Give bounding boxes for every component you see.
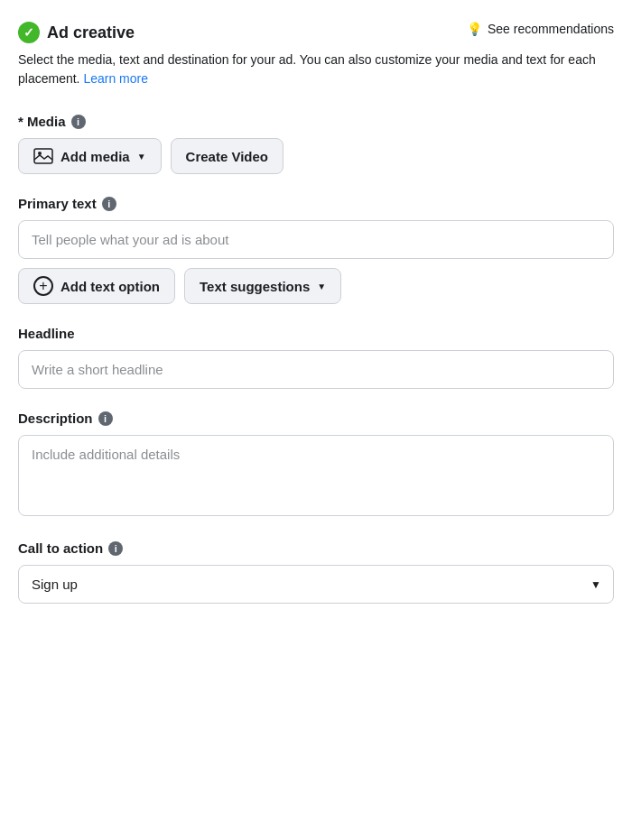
media-button-row: Add media ▼ Create Video bbox=[18, 138, 614, 174]
text-suggestions-button[interactable]: Text suggestions ▼ bbox=[184, 268, 341, 304]
call-to-action-select-wrapper: Sign up Learn More Shop Now Contact Us D… bbox=[18, 565, 614, 604]
recommendations-link[interactable]: 💡 See recommendations bbox=[467, 22, 614, 36]
bulb-icon: 💡 bbox=[467, 22, 482, 36]
recommendations-label: See recommendations bbox=[488, 22, 614, 36]
description-section: Description i bbox=[18, 411, 614, 519]
primary-text-label: Primary text i bbox=[18, 196, 614, 211]
add-media-label: Add media bbox=[60, 149, 130, 164]
page-header: Ad creative 💡 See recommendations bbox=[18, 22, 614, 43]
plus-circle-icon: + bbox=[33, 276, 53, 296]
description-label: Description i bbox=[18, 411, 614, 426]
media-image-icon bbox=[33, 146, 53, 166]
call-to-action-info-icon[interactable]: i bbox=[108, 541, 123, 556]
create-video-button[interactable]: Create Video bbox=[171, 138, 283, 174]
headline-section: Headline bbox=[18, 326, 614, 389]
headline-label-text: Headline bbox=[18, 326, 75, 341]
add-text-option-label: Add text option bbox=[60, 279, 160, 294]
text-suggestions-arrow-icon: ▼ bbox=[317, 282, 326, 291]
primary-text-input[interactable] bbox=[18, 220, 614, 259]
check-circle-icon bbox=[18, 22, 40, 43]
add-text-option-button[interactable]: + Add text option bbox=[18, 268, 175, 304]
add-media-arrow-icon: ▼ bbox=[137, 152, 146, 162]
call-to-action-label: Call to action i bbox=[18, 540, 614, 556]
title-area: Ad creative bbox=[18, 22, 135, 43]
media-info-icon[interactable]: i bbox=[71, 115, 86, 129]
media-label-text: * Media bbox=[18, 114, 66, 129]
text-suggestions-label: Text suggestions bbox=[200, 279, 310, 294]
media-section: * Media i Add media ▼ Create Video bbox=[18, 114, 614, 174]
primary-text-button-row: + Add text option Text suggestions ▼ bbox=[18, 268, 614, 304]
description-info-icon[interactable]: i bbox=[98, 411, 113, 426]
page-subtitle: Select the media, text and destination f… bbox=[18, 51, 614, 88]
description-label-text: Description bbox=[18, 411, 93, 426]
primary-text-label-text: Primary text bbox=[18, 196, 97, 211]
svg-rect-0 bbox=[34, 149, 52, 163]
media-label: * Media i bbox=[18, 114, 614, 129]
call-to-action-label-text: Call to action bbox=[18, 540, 103, 556]
add-media-button[interactable]: Add media ▼ bbox=[18, 138, 162, 174]
learn-more-link[interactable]: Learn more bbox=[83, 71, 148, 86]
description-input[interactable] bbox=[18, 435, 614, 516]
call-to-action-section: Call to action i Sign up Learn More Shop… bbox=[18, 540, 614, 604]
headline-input[interactable] bbox=[18, 350, 614, 389]
create-video-label: Create Video bbox=[186, 149, 268, 164]
headline-label: Headline bbox=[18, 326, 614, 341]
call-to-action-select[interactable]: Sign up Learn More Shop Now Contact Us D… bbox=[18, 565, 614, 604]
primary-text-section: Primary text i + Add text option Text su… bbox=[18, 196, 614, 304]
primary-text-info-icon[interactable]: i bbox=[102, 197, 116, 211]
page-title: Ad creative bbox=[47, 23, 135, 42]
